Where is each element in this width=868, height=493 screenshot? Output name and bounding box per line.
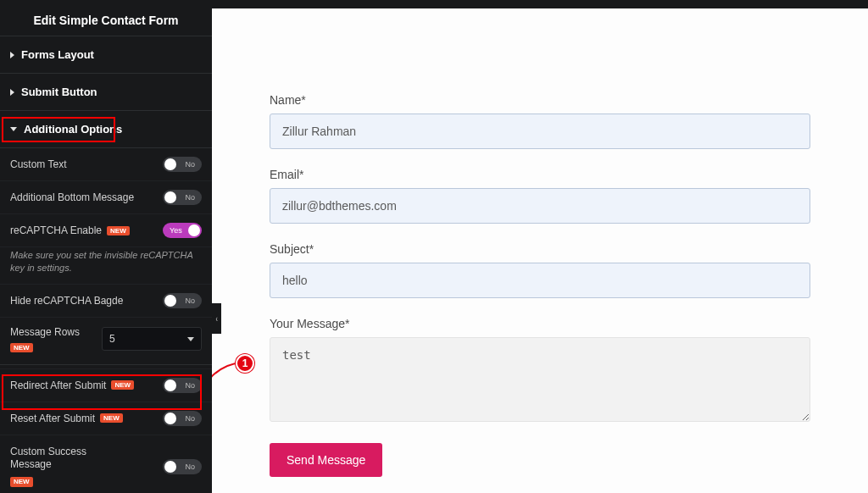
email-label: Email*	[270, 168, 810, 181]
toggle-redirect-after-submit[interactable]: No	[163, 378, 202, 393]
toggle-custom-success-message[interactable]: No	[163, 459, 202, 474]
new-badge: NEW	[111, 380, 134, 390]
subject-label: Subject*	[270, 242, 810, 256]
option-label: Message Rows	[10, 326, 80, 338]
sidebar-collapse-handle[interactable]: ‹	[212, 303, 221, 334]
toggle-knob	[164, 413, 176, 424]
editor-sidebar: Edit Simple Contact Form Forms Layout Su…	[0, 8, 212, 493]
chevron-down-icon	[10, 127, 17, 131]
chevron-down-icon	[187, 337, 194, 341]
option-hide-recaptcha-badge: Hide reCAPTCHA Bagde No	[0, 284, 212, 317]
preview-canvas: Name* Email* Subject* Your Message* Send…	[212, 8, 868, 493]
preview-body: Name* Email* Subject* Your Message* Send…	[212, 8, 868, 493]
chevron-right-icon	[10, 52, 14, 58]
option-custom-success-message: Custom Success Message NEW No	[0, 435, 212, 493]
select-value: 5	[109, 333, 115, 345]
send-message-button[interactable]: Send Message	[270, 443, 382, 477]
email-input[interactable]	[270, 188, 810, 224]
toggle-hide-recaptcha-badge[interactable]: No	[163, 293, 202, 308]
option-label: Hide reCAPTCHA Bagde	[10, 295, 123, 307]
sidebar-title: Edit Simple Contact Form	[0, 8, 212, 36]
name-input[interactable]	[270, 114, 810, 149]
toggle-state: Yes	[170, 226, 182, 235]
toggle-state: No	[185, 296, 195, 305]
chevron-left-icon: ‹	[215, 314, 217, 324]
toggle-reset-after-submit[interactable]: No	[163, 411, 202, 426]
section-label: Additional Options	[24, 123, 122, 136]
option-label: Reset After Submit	[10, 413, 95, 424]
divider	[0, 364, 212, 365]
toggle-state: No	[185, 160, 195, 169]
toggle-state: No	[185, 193, 195, 202]
section-forms-layout[interactable]: Forms Layout	[0, 36, 212, 74]
app-topbar	[0, 0, 868, 8]
chevron-right-icon	[10, 89, 14, 96]
subject-input[interactable]	[270, 263, 810, 298]
select-message-rows[interactable]: 5	[102, 327, 202, 351]
new-badge: NEW	[100, 413, 123, 423]
section-label: Forms Layout	[21, 48, 94, 61]
new-badge: NEW	[10, 477, 33, 487]
option-reset-after-submit: Reset After Submit NEW No	[0, 402, 212, 435]
recaptcha-hint: Make sure you set the invisible reCAPTCH…	[0, 246, 212, 284]
option-label: Custom Success Message	[10, 446, 129, 472]
message-label: Your Message*	[270, 317, 810, 330]
additional-options-panel: Custom Text No Additional Bottom Message…	[0, 148, 212, 493]
toggle-state: No	[185, 414, 195, 423]
option-redirect-after-submit: Redirect After Submit NEW No	[0, 368, 212, 402]
toggle-state: No	[185, 381, 195, 390]
section-submit-button[interactable]: Submit Button	[0, 74, 212, 111]
message-textarea[interactable]	[270, 337, 810, 422]
option-label: Additional Bottom Message	[10, 191, 134, 203]
toggle-recaptcha-enable[interactable]: Yes	[163, 223, 202, 238]
new-badge: NEW	[107, 226, 130, 235]
toggle-knob	[164, 158, 176, 170]
toggle-knob	[164, 191, 176, 203]
section-label: Submit Button	[21, 86, 97, 98]
option-recaptcha-enable: reCAPTCHA Enable NEW Yes	[0, 213, 212, 246]
name-label: Name*	[270, 93, 810, 107]
option-label: Redirect After Submit	[10, 379, 106, 391]
toggle-state: No	[185, 463, 195, 471]
toggle-knob	[164, 295, 176, 307]
option-custom-text: Custom Text No	[0, 148, 212, 180]
toggle-knob	[164, 461, 176, 473]
contact-form: Name* Email* Subject* Your Message* Send…	[270, 93, 810, 477]
option-additional-bottom-message: Additional Bottom Message No	[0, 180, 212, 213]
option-label: reCAPTCHA Enable	[10, 224, 102, 236]
option-label: Custom Text	[10, 158, 66, 170]
toggle-knob	[164, 379, 176, 391]
section-additional-options[interactable]: Additional Options	[0, 111, 212, 148]
annotation-marker-1: 1	[236, 354, 254, 373]
toggle-custom-text[interactable]: No	[163, 157, 202, 172]
toggle-additional-bottom-message[interactable]: No	[163, 190, 202, 205]
new-badge: NEW	[10, 343, 33, 352]
toggle-knob	[188, 224, 200, 236]
option-message-rows: Message Rows NEW 5	[0, 317, 212, 361]
